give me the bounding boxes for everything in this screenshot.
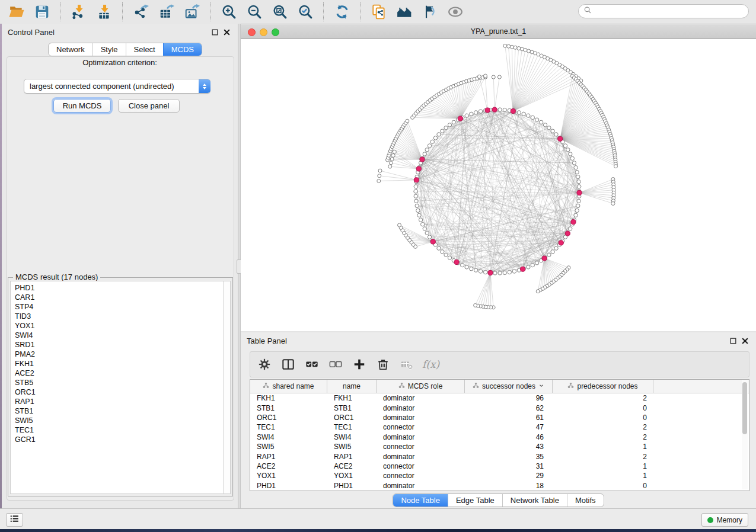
table-cell[interactable]: 35 <box>465 453 553 461</box>
table-row[interactable]: PHD1PHD1dominator180 <box>250 481 749 491</box>
export-table-icon[interactable] <box>158 4 174 20</box>
refresh-icon[interactable] <box>334 4 350 20</box>
zoom-out-icon[interactable] <box>246 4 262 20</box>
table-cell[interactable]: SWI4 <box>327 433 377 441</box>
float-icon[interactable] <box>729 336 737 344</box>
table-cell[interactable]: STB1 <box>250 404 327 412</box>
close-icon[interactable] <box>223 28 231 36</box>
mcds-result-item[interactable]: STB5 <box>15 378 224 387</box>
table-cell[interactable]: 96 <box>465 394 553 402</box>
mcds-result-list[interactable]: PHD1CAR1STP4TID3YOX1SWI4SRD1PMA2FKH1ACE2… <box>10 281 224 494</box>
mcds-result-item[interactable]: SWI5 <box>15 416 224 425</box>
open-file-icon[interactable] <box>8 4 24 20</box>
tab-network[interactable]: Network <box>49 43 92 56</box>
table-cell[interactable]: dominator <box>377 482 465 490</box>
table-cell[interactable]: 2 <box>553 394 653 402</box>
eye-icon[interactable] <box>447 4 463 20</box>
table-cell[interactable]: 47 <box>465 423 553 431</box>
save-icon[interactable] <box>34 4 50 20</box>
tab-select[interactable]: Select <box>126 43 163 56</box>
table-cell[interactable]: YOX1 <box>250 472 327 480</box>
table-cell[interactable]: dominator <box>377 453 465 461</box>
network-titlebar[interactable]: YPA_prune.txt_1 <box>241 25 756 39</box>
table-cell[interactable]: 0 <box>553 414 653 422</box>
network-file-icon[interactable] <box>371 4 387 20</box>
delete-table-icon[interactable] <box>400 357 414 371</box>
gear-icon[interactable] <box>257 357 272 371</box>
mcds-result-item[interactable]: PHD1 <box>15 283 224 293</box>
mcds-result-item[interactable]: TID3 <box>15 312 224 321</box>
houses-icon[interactable] <box>396 4 412 20</box>
table-cell[interactable]: 18 <box>465 482 553 490</box>
export-image-icon[interactable] <box>184 4 200 20</box>
table-cell[interactable]: SWI4 <box>250 433 327 441</box>
zoom-fit-icon[interactable] <box>272 4 288 20</box>
import-network-icon[interactable] <box>71 4 87 20</box>
tab-motifs[interactable]: Motifs <box>567 494 604 507</box>
table-cell[interactable]: TEC1 <box>250 423 327 431</box>
zoom-in-icon[interactable] <box>221 4 237 20</box>
table-cell[interactable]: 0 <box>553 404 653 412</box>
function-builder-button[interactable]: f(x) <box>422 358 439 370</box>
table-cell[interactable]: SWI5 <box>250 443 327 451</box>
table-cell[interactable]: YOX1 <box>327 472 377 480</box>
network-graph[interactable] <box>241 39 756 331</box>
zoom-selected-icon[interactable] <box>297 4 313 20</box>
column-header-shared-name[interactable]: shared name <box>250 380 327 393</box>
table-cell[interactable]: 0 <box>553 482 653 490</box>
criterion-select[interactable]: largest connected component (undirected) <box>24 79 210 94</box>
table-cell[interactable]: ORC1 <box>327 414 377 422</box>
table-cell[interactable]: PHD1 <box>250 482 327 490</box>
tab-network-table[interactable]: Network Table <box>502 494 567 507</box>
run-mcds-button[interactable]: Run MCDS <box>53 99 111 113</box>
table-cell[interactable]: 43 <box>465 443 553 451</box>
mcds-result-item[interactable]: PMA2 <box>15 350 224 359</box>
table-cell[interactable]: dominator <box>377 404 465 412</box>
table-cell[interactable]: dominator <box>377 433 465 441</box>
table-cell[interactable]: 46 <box>465 433 553 441</box>
table-cell[interactable]: 1 <box>553 443 653 451</box>
mcds-result-item[interactable]: SRD1 <box>15 340 224 350</box>
table-cell[interactable]: ORC1 <box>250 414 327 422</box>
table-cell[interactable]: 61 <box>465 414 553 422</box>
mcds-result-item[interactable]: YOX1 <box>15 321 224 331</box>
table-cell[interactable]: RAP1 <box>327 453 377 461</box>
tab-style[interactable]: Style <box>92 43 126 56</box>
column-header-successor-nodes[interactable]: successor nodes <box>465 380 553 393</box>
table-cell[interactable]: ACE2 <box>250 462 327 470</box>
table-cell[interactable]: 29 <box>465 472 553 480</box>
table-cell[interactable]: 31 <box>465 462 553 470</box>
table-cell[interactable]: 2 <box>553 453 653 461</box>
table-cell[interactable]: STB1 <box>327 404 377 412</box>
tab-node-table[interactable]: Node Table <box>393 494 448 507</box>
table-cell[interactable]: FKH1 <box>250 394 327 402</box>
deselect-all-icon[interactable] <box>328 357 343 371</box>
table-cell[interactable]: dominator <box>377 414 465 422</box>
add-icon[interactable] <box>352 357 366 371</box>
table-cell[interactable]: 2 <box>553 433 653 441</box>
table-cell[interactable]: PHD1 <box>327 482 377 490</box>
table-row[interactable]: SWI4SWI4dominator462 <box>250 432 749 442</box>
table-cell[interactable]: 1 <box>553 472 653 480</box>
table-cell[interactable]: connector <box>377 443 465 451</box>
table-scrollbar[interactable] <box>742 380 748 489</box>
table-cell[interactable]: 62 <box>465 404 553 412</box>
mcds-result-item[interactable]: ACE2 <box>15 368 224 378</box>
table-cell[interactable]: 2 <box>553 423 653 431</box>
tab-edge-table[interactable]: Edge Table <box>448 494 502 507</box>
select-all-icon[interactable] <box>305 357 319 371</box>
table-cell[interactable]: 1 <box>553 462 653 470</box>
flag-icon[interactable] <box>422 4 438 20</box>
columns-icon[interactable] <box>281 357 295 371</box>
close-panel-button[interactable]: Close panel <box>118 99 180 113</box>
column-header-name[interactable]: name <box>327 380 377 393</box>
mcds-result-item[interactable]: CAR1 <box>15 293 224 302</box>
mcds-result-item[interactable]: FKH1 <box>15 359 224 368</box>
search-box[interactable] <box>578 4 749 18</box>
mcds-result-item[interactable]: STB1 <box>15 406 224 416</box>
table-row[interactable]: SWI5SWI5connector431 <box>250 442 749 451</box>
table-cell[interactable]: TEC1 <box>327 423 377 431</box>
mcds-result-item[interactable]: RAP1 <box>15 397 224 406</box>
mcds-result-item[interactable]: TEC1 <box>15 425 224 435</box>
tab-mcds[interactable]: MCDS <box>163 43 202 56</box>
